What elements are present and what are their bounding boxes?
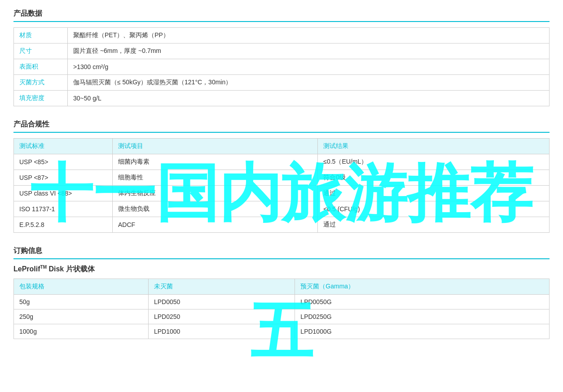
- table-row: USP <85>细菌内毒素≤0.5（EU/mL）: [14, 154, 550, 170]
- table-row: USP class VI <88>体内生物反应通过: [14, 186, 550, 201]
- compliance-standard: E.P.5.2.8: [14, 217, 113, 233]
- compliance-standard: USP <85>: [14, 154, 113, 170]
- table-row: 灭菌方式伽马辐照灭菌（≤ 50kGy）或湿热灭菌（121°C，30min）: [14, 75, 550, 91]
- product-data-table: 材质聚酯纤维（PET）、聚丙烯（PP）尺寸圆片直径 ~6mm，厚度 ~0.7mm…: [13, 27, 550, 106]
- table-row: 250gLPD0250LPD0250G: [14, 309, 550, 324]
- product-label: 材质: [14, 28, 68, 44]
- compliance-item: 体内生物反应: [113, 186, 318, 201]
- product-label: 尺寸: [14, 44, 68, 59]
- product-value: 圆片直径 ~6mm，厚度 ~0.7mm: [68, 44, 550, 59]
- product-data-title: 产品数据: [13, 9, 550, 22]
- compliance-item: 微生物负载: [113, 201, 318, 217]
- table-row: 材质聚酯纤维（PET）、聚丙烯（PP）: [14, 28, 550, 44]
- order-product-name: LeProlifTM Disk 片状载体: [13, 265, 550, 274]
- order-section: 订购信息 LeProlifTM Disk 片状载体 包装规格未灭菌预灭菌（Gam…: [13, 246, 550, 339]
- compliance-item: ADCF: [113, 217, 318, 233]
- table-row: 尺寸圆片直径 ~6mm，厚度 ~0.7mm: [14, 44, 550, 59]
- order-size: 1000g: [14, 324, 149, 339]
- compliance-result: <0.5 (CFU/g): [318, 201, 550, 217]
- order-header: 包装规格: [14, 279, 149, 295]
- order-unsterile: LPD1000: [149, 324, 295, 339]
- compliance-standard: USP class VI <88>: [14, 186, 113, 201]
- order-gamma: LPD0250G: [295, 309, 550, 324]
- order-gamma: LPD1000G: [295, 324, 550, 339]
- order-header: 未灭菌: [149, 279, 295, 295]
- compliance-item: 细菌内毒素: [113, 154, 318, 170]
- table-row: E.P.5.2.8ADCF通过: [14, 217, 550, 233]
- compliance-header: 测试项目: [113, 139, 318, 154]
- order-gamma: LPD0050G: [295, 295, 550, 309]
- compliance-title: 产品合规性: [13, 120, 550, 133]
- table-row: 填充密度30~50 g/L: [14, 91, 550, 106]
- compliance-standard: ISO 11737-1: [14, 201, 113, 217]
- table-row: ISO 11737-1微生物负载<0.5 (CFU/g): [14, 201, 550, 217]
- order-product-name-text: LeProlifTM Disk 片状载体: [13, 265, 95, 273]
- compliance-header: 测试结果: [318, 139, 550, 154]
- table-row: 1000gLPD1000LPD1000G: [14, 324, 550, 339]
- order-title: 订购信息: [13, 246, 550, 259]
- compliance-header: 测试标准: [14, 139, 113, 154]
- order-size: 50g: [14, 295, 149, 309]
- table-row: 50gLPD0050LPD0050G: [14, 295, 550, 309]
- compliance-item: 细胞毒性: [113, 170, 318, 186]
- order-unsterile: LPD0250: [149, 309, 295, 324]
- product-value: >1300 cm²/g: [68, 59, 550, 75]
- product-value: 聚酯纤维（PET）、聚丙烯（PP）: [68, 28, 550, 44]
- order-table: 包装规格未灭菌预灭菌（Gamma） 50gLPD0050LPD0050G250g…: [13, 279, 550, 339]
- order-size: 250g: [14, 309, 149, 324]
- product-data-section: 产品数据 材质聚酯纤维（PET）、聚丙烯（PP）尺寸圆片直径 ~6mm，厚度 ~…: [13, 9, 550, 106]
- compliance-result: ≤0.5（EU/mL）: [318, 154, 550, 170]
- compliance-table: 测试标准测试项目测试结果 USP <85>细菌内毒素≤0.5（EU/mL）USP…: [13, 138, 550, 233]
- compliance-result: 通过: [318, 217, 550, 233]
- order-header: 预灭菌（Gamma）: [295, 279, 550, 295]
- table-row: USP <87>细胞毒性符合0级: [14, 170, 550, 186]
- compliance-standard: USP <87>: [14, 170, 113, 186]
- compliance-result: 符合0级: [318, 170, 550, 186]
- product-label: 灭菌方式: [14, 75, 68, 91]
- product-label: 填充密度: [14, 91, 68, 106]
- order-unsterile: LPD0050: [149, 295, 295, 309]
- compliance-result: 通过: [318, 186, 550, 201]
- product-value: 30~50 g/L: [68, 91, 550, 106]
- table-row: 表面积>1300 cm²/g: [14, 59, 550, 75]
- compliance-section: 产品合规性 测试标准测试项目测试结果 USP <85>细菌内毒素≤0.5（EU/…: [13, 120, 550, 233]
- product-label: 表面积: [14, 59, 68, 75]
- product-value: 伽马辐照灭菌（≤ 50kGy）或湿热灭菌（121°C，30min）: [68, 75, 550, 91]
